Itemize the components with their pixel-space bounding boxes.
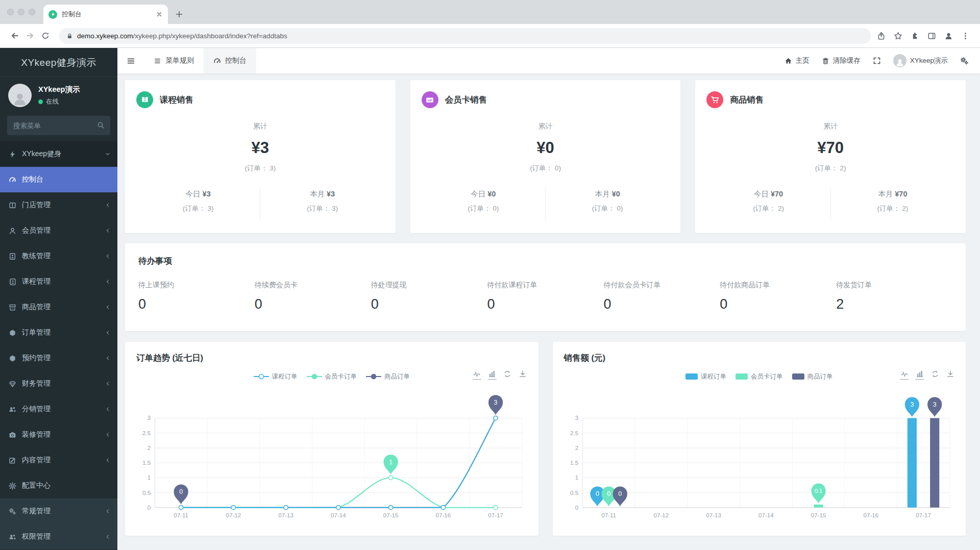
window-close-button[interactable]: [7, 9, 14, 15]
bookmark-star-icon[interactable]: [894, 32, 902, 40]
line-type-button[interactable]: [473, 370, 481, 380]
sidebar-item-label: 订单管理: [22, 328, 51, 337]
todo-item-label: 待续费会员卡: [255, 281, 371, 290]
hexagon-icon: [9, 329, 16, 337]
online-status-dot: [38, 99, 43, 104]
download-chart-button[interactable]: [946, 370, 954, 380]
list-icon: [154, 57, 161, 65]
legend-item[interactable]: 课程订单: [685, 372, 726, 381]
window-minimize-button[interactable]: [18, 9, 24, 15]
sidebar-item-xykeep[interactable]: XYkeep健身: [0, 141, 117, 167]
clear-cache-button[interactable]: 清除缓存: [822, 56, 861, 65]
svg-text:07-16: 07-16: [436, 512, 451, 518]
sidebar-item-label: 课程管理: [22, 277, 51, 286]
svg-text:07-12: 07-12: [226, 512, 241, 518]
line-type-button[interactable]: [900, 370, 909, 380]
person-icon: [9, 227, 16, 235]
legend-label: 课程订单: [272, 372, 298, 381]
legend-label: 会员卡订单: [751, 372, 783, 381]
gear-icon: [9, 482, 16, 490]
chevron-left-icon: [105, 457, 111, 463]
month-stats: 本月 ¥70 (订单： 2): [830, 187, 954, 220]
svg-text:0: 0: [148, 505, 151, 511]
sidebar-item-course[interactable]: 课程管理: [0, 269, 117, 294]
sidebar-item-label: 控制台: [22, 175, 43, 184]
navbar-right: 主页 清除缓存 XYkeep演示: [785, 54, 980, 67]
bar-type-button[interactable]: [488, 370, 497, 380]
legend-item[interactable]: 课程订单: [254, 372, 298, 381]
sidebar-item-finance[interactable]: 财务管理: [0, 371, 117, 396]
sidebar-item-goods[interactable]: 商品管理: [0, 294, 117, 320]
nav-tab-dashboard[interactable]: 控制台: [204, 48, 256, 73]
sidebar-item-order[interactable]: 订单管理: [0, 320, 117, 345]
sidebar-item-distribution[interactable]: 分销管理: [0, 396, 117, 422]
nav-tabs: 菜单规则 控制台: [144, 48, 256, 73]
forward-button[interactable]: [22, 28, 38, 43]
legend-item[interactable]: 会员卡订单: [736, 372, 783, 381]
refresh-chart-button[interactable]: [930, 370, 939, 380]
todo-item: 待处理提现 0: [371, 281, 487, 312]
sidebar-item-content[interactable]: 内容管理: [0, 447, 117, 473]
user-avatar: [893, 54, 906, 67]
today-stats: 今日 ¥70 (订单： 2): [706, 187, 830, 220]
todo-item: 待上课预约 0: [138, 281, 255, 312]
home-button[interactable]: 主页: [785, 56, 810, 65]
home-icon: [785, 57, 792, 65]
sidebar-item-store[interactable]: 门店管理: [0, 192, 117, 218]
address-book-icon: [9, 278, 16, 286]
settings-gears-icon[interactable]: [960, 57, 969, 65]
sidebar-item-label: 教练管理: [22, 252, 51, 261]
download-chart-button[interactable]: [519, 370, 527, 380]
address-bar[interactable]: demo.xykeep.com/xykeep.php/xykeep/dashbo…: [59, 28, 871, 44]
share-icon[interactable]: [877, 32, 886, 40]
sidebar-item-auth[interactable]: 权限管理: [0, 524, 117, 549]
bar-type-button[interactable]: [915, 370, 924, 380]
chart-title: 订单趋势 (近七日): [136, 353, 527, 364]
sidebar-item-booking[interactable]: 预约管理: [0, 345, 117, 371]
profile-icon[interactable]: [944, 32, 953, 40]
todo-item-label: 待付款课程订单: [487, 281, 604, 290]
todo-grid: 待上课预约 0 待续费会员卡 0 待处理提现 0 待付款课程订单 0 待付款会员…: [138, 281, 952, 312]
refresh-chart-button[interactable]: [503, 370, 512, 380]
total-orders: (订单： 2): [706, 164, 954, 173]
legend-item[interactable]: 商品订单: [792, 372, 833, 381]
sidebar-item-coach[interactable]: 教练管理: [0, 243, 117, 269]
sidebar-item-label: 内容管理: [22, 456, 51, 465]
total-label: 累计: [706, 122, 954, 131]
new-tab-button[interactable]: [172, 7, 186, 21]
window-zoom-button[interactable]: [29, 9, 35, 15]
browser-menu-icon[interactable]: [961, 32, 970, 40]
top-navbar: 菜单规则 控制台 主页 清除缓存 XYkeep演示: [117, 48, 980, 73]
sales-chart-canvas: 00.511.522.5307-1107-1207-1307-1407-1507…: [564, 385, 955, 535]
sidebar-item-general[interactable]: 常规管理: [0, 498, 117, 524]
search-input[interactable]: [7, 116, 110, 135]
extensions-icon[interactable]: [911, 32, 919, 40]
sidebar-item-dashboard[interactable]: 控制台: [0, 167, 117, 192]
sidebar-item-label: 装修管理: [22, 430, 51, 439]
svg-text:07-12: 07-12: [653, 512, 669, 518]
sidebar-item-label: 预约管理: [22, 354, 51, 363]
svg-text:07-16: 07-16: [863, 512, 878, 518]
side-panel-icon[interactable]: [927, 32, 936, 40]
todo-item-value: 0: [487, 296, 604, 312]
nav-tab-menu-rules[interactable]: 菜单规则: [144, 48, 204, 73]
back-button[interactable]: [7, 28, 22, 43]
user-menu[interactable]: XYkeep演示: [893, 54, 948, 67]
svg-text:0.5: 0.5: [142, 490, 151, 496]
search-icon[interactable]: [97, 121, 105, 129]
reload-button[interactable]: [38, 28, 53, 43]
users-icon: [9, 406, 16, 413]
svg-text:0: 0: [595, 490, 599, 497]
stat-card-course-sales: 课程销售 累计 ¥3 (订单： 3) 今日 ¥3 (订单： 3) 本月 ¥3 (…: [125, 80, 396, 233]
legend-item[interactable]: 会员卡订单: [307, 372, 357, 381]
fullscreen-icon[interactable]: [873, 57, 881, 65]
tab-close-icon[interactable]: [156, 11, 163, 18]
browser-tab[interactable]: 控制台: [43, 5, 168, 24]
legend-item[interactable]: 商品订单: [366, 372, 410, 381]
sidebar-toggle-button[interactable]: [117, 48, 144, 73]
sidebar-item-member[interactable]: 会员管理: [0, 218, 117, 243]
sidebar-item-decorate[interactable]: 装修管理: [0, 422, 117, 447]
chevron-left-icon: [105, 279, 111, 285]
sidebar-item-config[interactable]: 配置中心: [0, 473, 117, 498]
svg-text:2: 2: [575, 445, 578, 451]
